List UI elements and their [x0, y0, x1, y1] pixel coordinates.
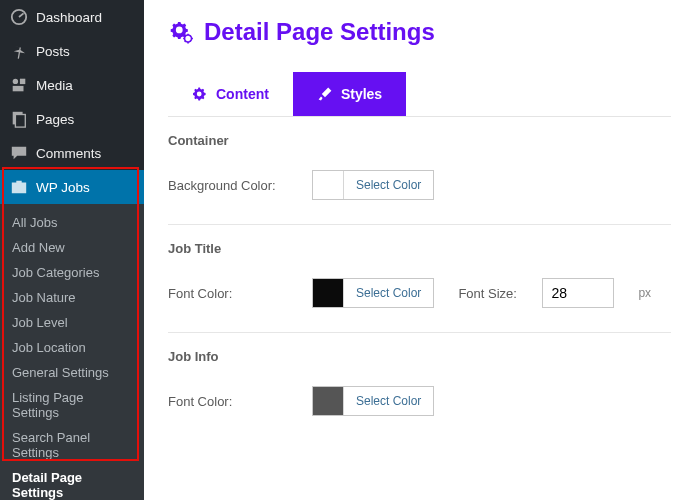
- section-title: Job Title: [168, 241, 671, 256]
- bg-color-label: Background Color:: [168, 178, 288, 193]
- font-color-label: Font Color:: [168, 286, 288, 301]
- sidebar-item-label: Comments: [36, 146, 101, 161]
- bg-color-picker[interactable]: Select Color: [312, 170, 434, 200]
- color-swatch: [313, 171, 343, 199]
- sidebar-sub-job-nature[interactable]: Job Nature: [0, 285, 144, 310]
- pages-icon: [10, 110, 28, 128]
- section-title: Job Info: [168, 349, 671, 364]
- sidebar-item-posts[interactable]: Posts: [0, 34, 144, 68]
- sidebar-item-label: WP Jobs: [36, 180, 90, 195]
- sidebar-sub-search-panel-settings[interactable]: Search Panel Settings: [0, 425, 144, 465]
- sidebar-sub-all-jobs[interactable]: All Jobs: [0, 210, 144, 235]
- sidebar-item-pages[interactable]: Pages: [0, 102, 144, 136]
- sidebar-sub-job-level[interactable]: Job Level: [0, 310, 144, 335]
- admin-sidebar: Dashboard Posts Media Pages Comments WP …: [0, 0, 144, 500]
- page-title-text: Detail Page Settings: [204, 18, 435, 46]
- comment-icon: [10, 144, 28, 162]
- select-color-button: Select Color: [343, 279, 433, 307]
- sidebar-submenu: All Jobs Add New Job Categories Job Natu…: [0, 204, 144, 500]
- section-job-info: Job Info Font Color: Select Color: [168, 333, 671, 440]
- dashboard-icon: [10, 8, 28, 26]
- font-color-label: Font Color:: [168, 394, 288, 409]
- sidebar-item-label: Posts: [36, 44, 70, 59]
- sidebar-sub-listing-page-settings[interactable]: Listing Page Settings: [0, 385, 144, 425]
- font-color-picker[interactable]: Select Color: [312, 278, 434, 308]
- main-panel: Detail Page Settings Content Styles Cont…: [144, 0, 695, 500]
- sidebar-item-label: Dashboard: [36, 10, 102, 25]
- sidebar-sub-add-new[interactable]: Add New: [0, 235, 144, 260]
- sidebar-sub-job-categories[interactable]: Job Categories: [0, 260, 144, 285]
- select-color-button: Select Color: [343, 387, 433, 415]
- svg-point-1: [13, 79, 18, 84]
- brush-icon: [317, 86, 333, 102]
- svg-rect-2: [13, 86, 24, 91]
- tab-label: Content: [216, 86, 269, 102]
- tabs: Content Styles: [168, 72, 671, 117]
- section-job-title: Job Title Font Color: Select Color Font …: [168, 225, 671, 333]
- sidebar-sub-job-location[interactable]: Job Location: [0, 335, 144, 360]
- gears-icon: [168, 19, 194, 45]
- sidebar-sub-detail-page-settings[interactable]: Detail Page Settings: [0, 465, 144, 500]
- color-swatch: [313, 387, 343, 415]
- color-swatch: [313, 279, 343, 307]
- svg-rect-4: [15, 115, 25, 128]
- section-title: Container: [168, 133, 671, 148]
- tab-styles[interactable]: Styles: [293, 72, 406, 116]
- font-size-unit: px: [638, 286, 651, 300]
- sidebar-sub-general-settings[interactable]: General Settings: [0, 360, 144, 385]
- pin-icon: [10, 42, 28, 60]
- font-size-input[interactable]: [542, 278, 614, 308]
- font-size-label: Font Size:: [458, 286, 518, 301]
- select-color-button: Select Color: [343, 171, 433, 199]
- tab-content[interactable]: Content: [168, 72, 293, 116]
- section-container: Container Background Color: Select Color: [168, 117, 671, 225]
- sidebar-item-media[interactable]: Media: [0, 68, 144, 102]
- tab-label: Styles: [341, 86, 382, 102]
- sidebar-item-wp-jobs[interactable]: WP Jobs: [0, 170, 144, 204]
- sidebar-item-label: Media: [36, 78, 73, 93]
- gear-icon: [192, 86, 208, 102]
- briefcase-icon: [10, 178, 28, 196]
- media-icon: [10, 76, 28, 94]
- sidebar-item-label: Pages: [36, 112, 74, 127]
- page-title: Detail Page Settings: [168, 18, 671, 46]
- font-color-picker[interactable]: Select Color: [312, 386, 434, 416]
- sidebar-item-comments[interactable]: Comments: [0, 136, 144, 170]
- sidebar-item-dashboard[interactable]: Dashboard: [0, 0, 144, 34]
